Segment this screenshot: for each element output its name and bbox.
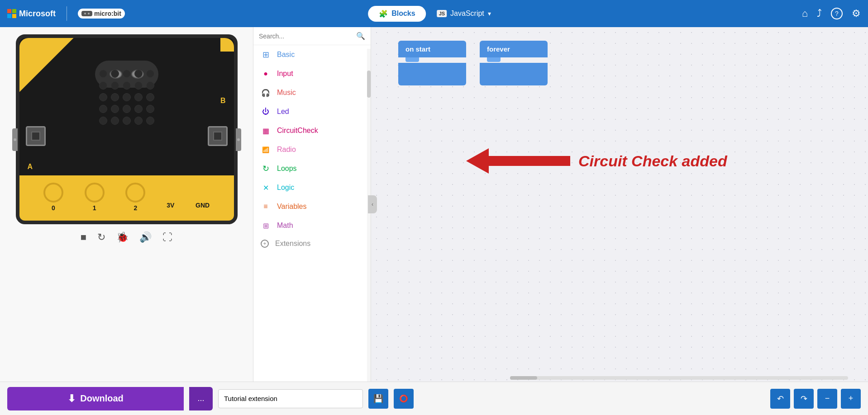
microbit-text: micro:bit — [94, 10, 121, 17]
pin-2: 2 — [125, 183, 145, 212]
project-name-input[interactable] — [218, 389, 363, 408]
download-label: Download — [80, 393, 124, 404]
led-icon: ⏻ — [261, 107, 271, 117]
home-button[interactable]: ⌂ — [802, 8, 808, 19]
button-a[interactable] — [26, 126, 46, 146]
undo-button[interactable]: ↶ — [770, 389, 790, 409]
pin-0-label: 0 — [52, 204, 55, 212]
variables-label: Variables — [277, 203, 307, 211]
search-icon[interactable]: 🔍 — [356, 32, 365, 40]
javascript-label: JavaScript — [450, 9, 484, 18]
on-start-label: on start — [405, 45, 430, 53]
download-more-button[interactable]: ... — [189, 387, 213, 410]
search-input[interactable] — [259, 33, 353, 40]
forever-body — [480, 63, 548, 85]
pin-3v: 3V — [167, 202, 174, 212]
led-display — [99, 70, 154, 125]
horizontal-scrollbar-thumb[interactable] — [510, 376, 537, 380]
math-label: Math — [277, 222, 293, 230]
download-icon: ⬇ — [67, 393, 76, 405]
block-item-music[interactable]: 🎧 Music — [253, 83, 371, 102]
zoom-out-button[interactable]: − — [817, 389, 837, 409]
zoom-in-icon: + — [849, 394, 854, 403]
forever-block[interactable]: forever — [480, 41, 548, 85]
block-item-circuitcheck[interactable]: ▦ CircuitCheck — [253, 121, 371, 140]
circuit-check-annotation: Circuit Check added — [466, 148, 727, 174]
button-a-inner — [31, 132, 40, 141]
github-button[interactable]: ⭕ — [394, 389, 414, 409]
blocks-label: Blocks — [391, 9, 415, 18]
extensions-icon: + — [261, 240, 269, 248]
block-item-math[interactable]: ⊞ Math — [253, 216, 371, 235]
music-label: Music — [277, 89, 296, 97]
block-item-logic[interactable]: ✕ Logic — [253, 178, 371, 197]
stop-button[interactable]: ■ — [79, 230, 88, 245]
scroll-track — [367, 49, 371, 382]
bottom-bar: ⬇ Download ... 💾 ⭕ ↶ ↷ − + — [0, 382, 868, 415]
blocks-list: ⊞ Basic ● Input 🎧 Music ⏻ Led ▦ CircuitC… — [253, 45, 371, 382]
logic-label: Logic — [277, 184, 294, 192]
share-icon: ⤴ — [817, 8, 822, 19]
ms-grid-icon — [7, 9, 16, 18]
gear-icon: ⚙ — [852, 8, 861, 19]
javascript-button[interactable]: JS JavaScript ▾ — [428, 6, 500, 21]
forever-header: forever — [480, 41, 548, 57]
workspace[interactable]: on start forever Circuit Check added — [371, 27, 868, 382]
home-icon: ⌂ — [802, 8, 808, 19]
horizontal-scrollbar[interactable] — [510, 376, 848, 380]
nav-center: 🧩 Blocks JS JavaScript ▾ — [368, 6, 500, 22]
pin-3v-label: 3V — [167, 202, 174, 209]
help-button[interactable]: ? — [831, 8, 843, 19]
microbit-dot-left — [84, 13, 86, 14]
on-start-block[interactable]: on start — [398, 41, 466, 85]
settings-button[interactable]: ⚙ — [852, 8, 861, 19]
button-b[interactable] — [208, 126, 228, 146]
scroll-thumb[interactable] — [367, 71, 371, 98]
block-item-basic[interactable]: ⊞ Basic — [253, 45, 371, 64]
save-button[interactable]: 💾 — [368, 389, 388, 409]
math-icon: ⊞ — [261, 221, 271, 231]
radio-label: Radio — [277, 146, 296, 154]
main-container: A B 0 — [0, 27, 868, 382]
device-top-right-yellow — [220, 38, 234, 52]
debug-button[interactable]: 🐞 — [114, 230, 130, 245]
circuitcheck-label: CircuitCheck — [277, 127, 318, 135]
pin-2-label: 2 — [134, 204, 137, 212]
restart-button[interactable]: ↻ — [95, 230, 107, 245]
input-icon: ● — [261, 69, 271, 79]
js-badge-icon: JS — [437, 10, 447, 17]
download-button[interactable]: ⬇ Download — [7, 387, 184, 410]
pin-0-circle — [43, 183, 63, 203]
side-button-right[interactable] — [236, 128, 241, 151]
led-label: Led — [277, 108, 289, 116]
block-item-led[interactable]: ⏻ Led — [253, 102, 371, 121]
button-b-label: B — [220, 97, 226, 105]
search-bar: 🔍 — [253, 27, 371, 45]
block-item-extensions[interactable]: + Extensions — [253, 235, 371, 252]
nav-right: ⌂ ⤴ ? ⚙ — [802, 8, 861, 19]
fullscreen-button[interactable]: ⛶ — [161, 230, 174, 245]
sound-button[interactable]: 🔊 — [138, 230, 153, 245]
share-button[interactable]: ⤴ — [817, 8, 822, 19]
pin-1-label: 1 — [93, 204, 96, 212]
dropdown-chevron-icon: ▾ — [488, 10, 491, 17]
redo-button[interactable]: ↷ — [794, 389, 814, 409]
block-item-input[interactable]: ● Input — [253, 64, 371, 83]
microbit-device: A B 0 — [16, 34, 238, 224]
block-item-loops[interactable]: ↻ Loops — [253, 159, 371, 178]
more-icon: ... — [197, 394, 204, 403]
blocks-panel: 🔍 ⊞ Basic ● Input 🎧 Music ⏻ Led — [253, 27, 371, 382]
forever-label: forever — [487, 45, 510, 53]
collapse-panel-handle[interactable]: ‹ — [368, 195, 377, 213]
save-icon: 💾 — [373, 394, 383, 404]
blocks-button[interactable]: 🧩 Blocks — [368, 6, 426, 22]
side-button-left[interactable] — [12, 128, 18, 151]
simulator-controls: ■ ↻ 🐞 🔊 ⛶ — [79, 230, 174, 245]
button-b-inner — [213, 132, 222, 141]
annotation-text: Circuit Check added — [578, 152, 727, 170]
device-corner-yellow — [19, 38, 74, 92]
on-start-body — [398, 63, 466, 85]
block-item-variables[interactable]: ≡ Variables — [253, 197, 371, 216]
block-item-radio[interactable]: 📶 Radio — [253, 140, 371, 159]
zoom-in-button[interactable]: + — [841, 389, 861, 409]
